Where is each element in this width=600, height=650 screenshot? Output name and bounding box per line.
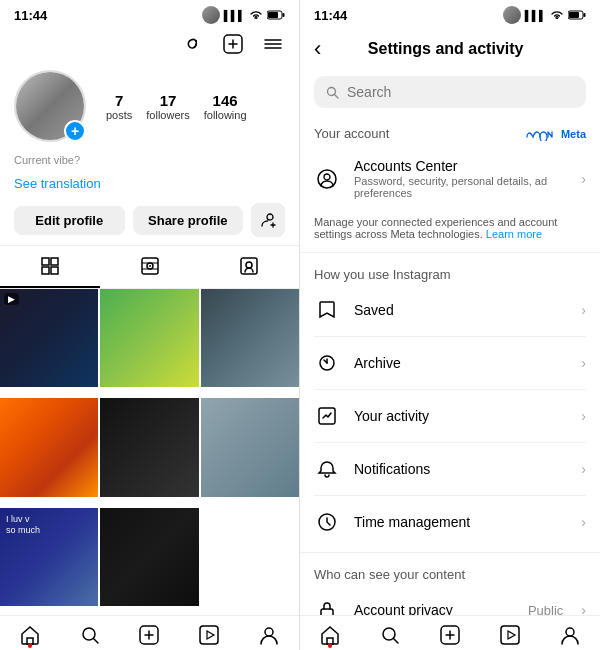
nav-add[interactable] <box>120 624 180 646</box>
search-icon <box>326 86 339 99</box>
status-avatar <box>202 6 220 24</box>
nav-reels[interactable] <box>179 624 239 646</box>
svg-point-18 <box>149 265 151 267</box>
left-time: 11:44 <box>14 8 47 23</box>
archive-item[interactable]: Archive › <box>300 337 600 389</box>
edit-profile-button[interactable]: Edit profile <box>14 206 125 235</box>
add-person-button[interactable] <box>251 203 285 237</box>
search-box[interactable] <box>314 76 586 108</box>
how-you-use-header: How you use Instagram <box>300 257 600 284</box>
time-management-item[interactable]: Time management › <box>300 496 600 548</box>
accounts-center-description: Manage your connected experiences and ac… <box>300 212 600 248</box>
right-nav-profile[interactable] <box>540 624 600 646</box>
your-account-section: Your account Meta <box>300 114 600 145</box>
notifications-chevron: › <box>581 461 586 477</box>
right-status-bar: 11:44 ▌▌▌ <box>300 0 600 28</box>
right-time: 11:44 <box>314 8 347 23</box>
account-privacy-item[interactable]: Account privacy Public › <box>300 584 600 615</box>
account-privacy-title: Account privacy <box>354 602 514 615</box>
right-status-avatar <box>503 6 521 24</box>
section-divider-2 <box>300 552 600 553</box>
grid-item-8[interactable] <box>100 508 198 606</box>
privacy-icon <box>314 597 340 615</box>
followers-stat[interactable]: 17 followers <box>146 92 189 121</box>
saved-item[interactable]: Saved › <box>300 284 600 336</box>
grid-item-6[interactable] <box>201 398 299 496</box>
time-chevron: › <box>581 514 586 530</box>
tab-tagged[interactable] <box>199 246 299 288</box>
posts-count: 7 <box>115 92 123 109</box>
tab-reels[interactable] <box>100 246 200 288</box>
accounts-center-text: Accounts Center Password, security, pers… <box>354 158 567 199</box>
activity-text: Your activity <box>354 408 567 424</box>
back-button[interactable]: ‹ <box>314 36 321 62</box>
account-privacy-text: Account privacy <box>354 602 514 615</box>
battery-icon <box>267 10 285 20</box>
saved-chevron: › <box>581 302 586 318</box>
who-can-see-header: Who can see your content <box>300 557 600 584</box>
svg-point-30 <box>265 628 273 636</box>
tab-grid[interactable] <box>0 246 100 288</box>
threads-icon[interactable] <box>181 32 205 56</box>
top-action-icons <box>0 28 299 62</box>
right-nav-add[interactable] <box>420 624 480 646</box>
nav-search[interactable] <box>60 624 120 646</box>
activity-chevron: › <box>581 408 586 424</box>
grid-item-2[interactable] <box>100 289 198 387</box>
followers-label: followers <box>146 109 189 121</box>
svg-rect-15 <box>51 267 58 274</box>
grid-item-7[interactable]: I luv vso much <box>0 508 98 606</box>
left-panel: 11:44 ▌▌▌ <box>0 0 300 650</box>
svg-marker-50 <box>508 631 515 639</box>
time-icon <box>314 509 340 535</box>
add-to-story[interactable]: + <box>64 120 86 142</box>
svg-line-35 <box>335 94 339 98</box>
grid-item-3[interactable] <box>201 289 299 387</box>
meta-text: Meta <box>561 128 586 140</box>
time-management-title: Time management <box>354 514 567 530</box>
new-post-icon[interactable] <box>221 32 245 56</box>
nav-home[interactable] <box>0 624 60 646</box>
stats-row: 7 posts 17 followers 146 following <box>106 92 247 121</box>
menu-icon[interactable] <box>261 32 285 56</box>
svg-marker-29 <box>207 631 214 639</box>
right-wifi-icon <box>550 10 564 20</box>
svg-rect-2 <box>283 13 285 17</box>
svg-point-51 <box>566 628 574 636</box>
archive-chevron: › <box>581 355 586 371</box>
right-nav-search[interactable] <box>360 624 420 646</box>
learn-more-link[interactable]: Learn more <box>486 228 542 240</box>
svg-rect-49 <box>501 626 519 644</box>
accounts-center-icon <box>314 166 340 192</box>
right-nav-home[interactable] <box>300 624 360 646</box>
svg-rect-13 <box>51 258 58 265</box>
profile-section: + 7 posts 17 followers 146 following <box>0 62 299 150</box>
signal-icon: ▌▌▌ <box>224 10 245 21</box>
following-stat[interactable]: 146 following <box>204 92 247 121</box>
profile-buttons: Edit profile Share profile <box>0 195 299 245</box>
posts-stat[interactable]: 7 posts <box>106 92 132 121</box>
archive-icon <box>314 350 340 376</box>
search-input[interactable] <box>347 84 574 100</box>
grid-item-5[interactable] <box>100 398 198 496</box>
nav-profile[interactable] <box>239 624 299 646</box>
notifications-item[interactable]: Notifications › <box>300 443 600 495</box>
settings-content: Your account Meta Accounts Cent <box>300 114 600 615</box>
home-dot <box>28 644 32 648</box>
accounts-center-subtitle: Password, security, personal details, ad… <box>354 175 567 199</box>
posts-label: posts <box>106 109 132 121</box>
activity-title: Your activity <box>354 408 567 424</box>
see-translation[interactable]: See translation <box>14 176 101 191</box>
accounts-center-title: Accounts Center <box>354 158 567 174</box>
your-activity-item[interactable]: Your activity › <box>300 390 600 442</box>
notifications-icon <box>314 456 340 482</box>
grid-item-4[interactable] <box>0 398 98 496</box>
share-profile-button[interactable]: Share profile <box>133 206 244 235</box>
grid-item-1[interactable]: ▶ <box>0 289 98 387</box>
section-divider-1 <box>300 252 600 253</box>
account-privacy-chevron: › <box>581 602 586 615</box>
right-nav-reels[interactable] <box>480 624 540 646</box>
accounts-center-item[interactable]: Accounts Center Password, security, pers… <box>300 145 600 212</box>
your-account-label: Your account <box>314 126 389 141</box>
saved-text: Saved <box>354 302 567 318</box>
